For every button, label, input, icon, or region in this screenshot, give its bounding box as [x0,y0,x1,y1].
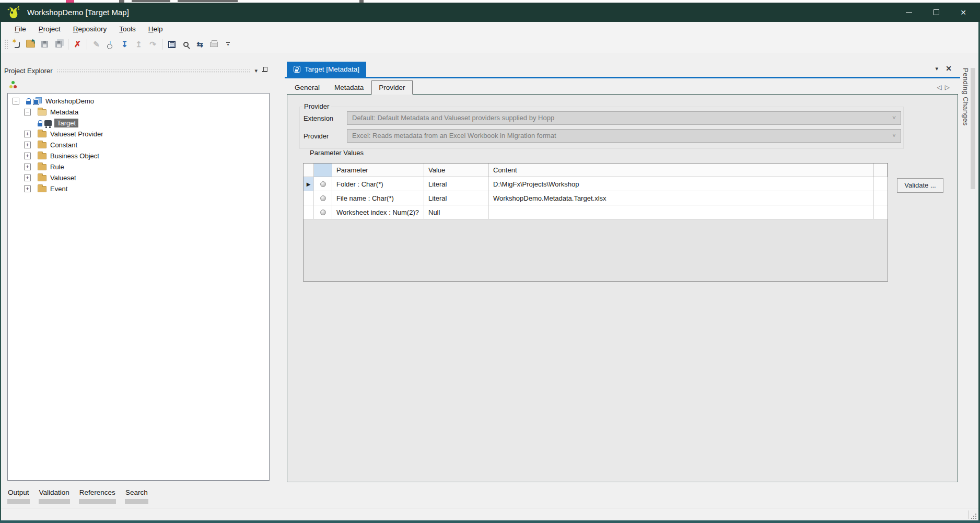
menu-bar: File Project Repository Tools Help [1,22,978,36]
tab-general[interactable]: General [288,82,326,94]
expand-icon[interactable] [24,185,31,192]
status-filter-icon[interactable] [9,81,17,89]
cell-value[interactable]: Null [424,205,489,219]
check-in-button[interactable]: ↥ [132,38,146,51]
tree-item-label: Valueset [50,174,76,182]
background-window-fragment [178,0,238,2]
tree-item-valueset[interactable]: Valueset [8,172,269,183]
cell-parameter[interactable]: Folder : Char(*) [332,177,424,191]
menu-file[interactable]: File [8,23,32,35]
expand-icon[interactable] [24,153,31,159]
parameter-values-label: Parameter Values [308,149,365,157]
maximize-button[interactable] [923,3,950,22]
filler-cell [874,205,888,219]
menu-project[interactable]: Project [32,23,67,35]
row-header-cell [304,191,314,205]
cell-value[interactable]: Literal [424,191,489,205]
get-version-button[interactable] [103,38,118,51]
window-border-bottom [0,520,980,523]
cell-parameter[interactable]: File name : Char(*) [332,191,424,205]
check-out-button[interactable]: ↧ [118,38,132,51]
collapse-icon[interactable] [24,109,31,115]
folder-icon [38,175,46,181]
cell-parameter[interactable]: Worksheet index : Num(2)? [332,205,424,219]
column-header-value[interactable]: Value [424,164,489,177]
expand-icon[interactable] [24,175,31,181]
tree-item-metadata[interactable]: Metadata [8,107,269,118]
tree-item-workshopdemo[interactable]: WorkshopDemo [8,96,269,107]
provider-dropdown[interactable]: Excel: Reads metadata from an Excel Work… [347,129,901,143]
tree-item-business-object[interactable]: Business Object [8,150,269,161]
tab-label: References [79,487,116,497]
minimize-button[interactable] [895,3,923,22]
toolbar-separator [68,39,68,50]
tree-item-constant[interactable]: Constant [8,140,269,150]
tab-indicator-bar [79,499,116,504]
tab-accent-line [285,77,960,78]
delete-button[interactable]: ✗ [71,38,85,51]
extension-dropdown[interactable]: Default: Default Metadata and Valueset p… [347,111,901,125]
status-bullet-icon [320,181,326,187]
tab-search[interactable]: Search [125,487,148,507]
document-close-icon[interactable]: ✕ [946,64,952,73]
cell-content[interactable]: D:\MigFx\Projects\Workshop [489,177,874,191]
tab-validation[interactable]: Validation [39,487,70,507]
grid-row-folder[interactable]: ▶ Folder : Char(*) Literal D:\MigFx\Proj… [304,177,888,191]
folder-icon [38,142,46,148]
grid-row-worksheet-index[interactable]: Worksheet index : Num(2)? Null [304,205,888,219]
menu-tools[interactable]: Tools [113,23,142,35]
expand-icon[interactable] [24,164,31,170]
cell-content[interactable]: WorkshopDemo.Metadata.Target.xlsx [489,191,874,205]
resize-grip[interactable] [970,513,976,519]
tab-references[interactable]: References [79,487,116,507]
save-button[interactable] [38,38,52,51]
pending-changes-tab[interactable]: Pending Changes [962,66,977,196]
tree-item-target[interactable]: Target [8,118,269,129]
status-bar [1,508,978,520]
toolbar-grip-handle[interactable] [4,39,8,50]
expand-icon[interactable] [24,142,31,148]
cell-content[interactable] [489,205,874,219]
project-explorer-panel: Project Explorer ▾ WorkshopDemo Metadata… [4,64,272,482]
subtab-scroll-arrows[interactable]: ◁▷ [937,84,953,91]
print-button[interactable] [207,38,221,51]
folder-icon [38,153,46,159]
tree-item-event[interactable]: Event [8,183,269,194]
lock-icon [38,120,42,126]
open-button[interactable]: ↰ [24,38,38,51]
compare-button[interactable]: ⇆ [193,38,207,51]
save-all-button[interactable] [52,38,66,51]
tree-item-valueset-provider[interactable]: Valueset Provider [8,129,269,140]
menu-repository[interactable]: Repository [67,23,113,35]
close-button[interactable]: ✕ [950,3,977,22]
tree-item-rule[interactable]: Rule [8,161,269,172]
pin-icon[interactable] [262,67,268,74]
menu-help[interactable]: Help [142,23,169,35]
panel-menu-caret-icon[interactable]: ▾ [250,67,262,74]
document-tab-target-metadata[interactable]: Target [Metadata] [287,62,366,77]
folder-icon [38,164,46,170]
panel-drag-texture[interactable] [56,69,250,74]
column-header-parameter[interactable]: Parameter [332,164,424,177]
status-bullet-icon [320,195,326,201]
cell-value[interactable]: Literal [424,177,489,191]
project-explorer-header: Project Explorer ▾ [4,64,272,77]
new-map-button[interactable] [9,38,24,51]
undo-checkout-button[interactable]: ↷ [146,38,160,51]
column-header-content[interactable]: Content [489,164,874,177]
status-cell [314,191,332,205]
toolbar-overflow-button[interactable]: ▾ [221,38,235,51]
edit-button[interactable]: ✎ [89,38,103,51]
document-list-caret-icon[interactable]: ▾ [935,65,938,72]
validate-button[interactable]: Validate ... [897,178,943,193]
tab-provider[interactable]: Provider [371,80,412,95]
provider-label: Provider [304,132,329,140]
tree-item-label: Constant [50,141,77,149]
search-button[interactable] [179,38,193,51]
tab-metadata[interactable]: Metadata [328,82,370,94]
properties-window-button[interactable] [165,38,179,51]
collapse-icon[interactable] [13,98,19,104]
grid-row-file-name[interactable]: File name : Char(*) Literal WorkshopDemo… [304,191,888,205]
tab-output[interactable]: Output [7,487,30,507]
expand-icon[interactable] [24,131,31,137]
